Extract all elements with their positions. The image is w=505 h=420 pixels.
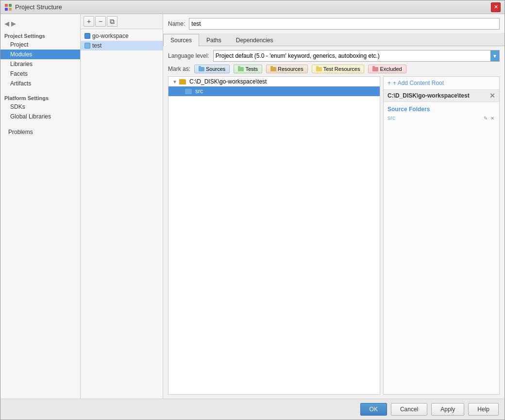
excluded-folder-icon: [372, 66, 378, 72]
language-level-select[interactable]: Project default (5.0 - 'enum' keyword, g…: [213, 50, 500, 62]
help-button[interactable]: Help: [468, 403, 499, 416]
svg-rect-10: [316, 67, 322, 71]
platform-settings-label: Platform Settings: [0, 93, 80, 102]
project-structure-window: Project Structure ✕ ◀ ▶ Project Settings…: [0, 0, 505, 420]
tree-item-root-label: C:\D_DISK\go-workspace\test: [189, 78, 267, 85]
module-item-go-workspace[interactable]: go-workspace: [81, 31, 163, 41]
resources-folder-icon: [270, 66, 276, 72]
mark-excluded-button[interactable]: Excluded: [368, 65, 406, 73]
svg-rect-11: [316, 66, 319, 67]
content-root-header: C:\D_DISK\go-workspace\test ✕: [384, 90, 499, 102]
mark-test-resources-button[interactable]: Test Resources: [312, 65, 365, 73]
back-icon[interactable]: ◀: [4, 20, 9, 27]
tree-item-src[interactable]: src: [168, 86, 380, 96]
mark-tests-button[interactable]: Tests: [234, 65, 262, 73]
mark-resources-button[interactable]: Resources: [266, 65, 308, 73]
sidebar-item-problems[interactable]: Problems: [4, 127, 80, 137]
name-input[interactable]: [189, 18, 500, 30]
bottom-bar: OK Cancel Apply Help: [0, 399, 505, 420]
language-level-arrow[interactable]: ▼: [490, 50, 499, 61]
source-folder-remove-button[interactable]: ✕: [489, 116, 495, 121]
detail-panel: Name: Sources Paths Dependencies Languag…: [163, 14, 505, 399]
workspace-icon: [84, 33, 90, 39]
root-path: C:\D_DISK\go-workspace\test: [387, 92, 470, 99]
svg-rect-8: [270, 67, 276, 71]
sidebar-item-modules[interactable]: Modules: [0, 50, 80, 59]
svg-rect-4: [199, 67, 204, 71]
module-list: go-workspace test: [81, 29, 163, 399]
svg-rect-12: [372, 67, 378, 71]
svg-rect-13: [372, 66, 375, 67]
svg-rect-0: [5, 4, 8, 7]
mark-sources-button[interactable]: Sources: [194, 65, 230, 73]
content-area: ◀ ▶ Project Settings Project Modules Lib…: [0, 14, 505, 399]
project-settings-label: Project Settings: [0, 31, 80, 40]
tree-arrow-root: ▼: [172, 79, 177, 84]
svg-rect-7: [238, 66, 240, 67]
sidebar-item-global-libraries[interactable]: Global Libraries: [0, 112, 80, 121]
language-row: Language level: Project default (5.0 - '…: [168, 50, 500, 62]
sidebar: ◀ ▶ Project Settings Project Modules Lib…: [0, 14, 81, 399]
forward-icon[interactable]: ▶: [11, 20, 16, 27]
ok-button[interactable]: OK: [360, 403, 387, 416]
sources-folder-icon: [199, 66, 204, 72]
svg-rect-9: [270, 66, 273, 67]
module-toolbar: + − ⧉: [81, 14, 163, 29]
name-label: Name:: [168, 20, 185, 27]
roots-panel: + + Add Content Root C:\D_DISK\go-worksp…: [383, 76, 500, 395]
module-panel: + − ⧉ go-workspace test: [81, 14, 163, 399]
name-row: Name:: [163, 14, 505, 34]
source-folder-actions: ✎ ✕: [483, 116, 495, 121]
copy-module-button[interactable]: ⧉: [107, 16, 118, 27]
tab-dependencies[interactable]: Dependencies: [229, 34, 281, 46]
sidebar-item-artifacts[interactable]: Artifacts: [0, 79, 80, 88]
source-folder-section: Source Folders src ✎ ✕: [384, 102, 499, 124]
content-split: ▼ C:\D_DISK\go-workspace\test src: [168, 76, 500, 395]
apply-button[interactable]: Apply: [431, 403, 464, 416]
window-title: Project Structure: [15, 3, 62, 11]
tab-sources[interactable]: Sources: [163, 34, 199, 46]
sidebar-item-libraries[interactable]: Libraries: [0, 59, 80, 69]
mark-as-label: Mark as:: [168, 66, 190, 72]
tab-paths[interactable]: Paths: [199, 34, 229, 46]
source-folder-item-src: src ✎ ✕: [387, 114, 495, 122]
add-icon: +: [387, 80, 391, 86]
sidebar-item-project[interactable]: Project: [0, 40, 80, 50]
svg-rect-6: [238, 67, 244, 71]
source-folders-label: Source Folders: [387, 104, 495, 114]
sidebar-item-sdks[interactable]: SDKs: [0, 102, 80, 112]
language-level-value: Project default (5.0 - 'enum' keyword, g…: [216, 52, 490, 59]
module-icon: [84, 43, 90, 49]
add-module-button[interactable]: +: [84, 16, 94, 27]
svg-rect-5: [199, 66, 201, 67]
source-folder-edit-button[interactable]: ✎: [483, 116, 488, 121]
test-resources-folder-icon: [316, 66, 322, 72]
tests-folder-icon: [238, 66, 244, 72]
window-close-button[interactable]: ✕: [491, 2, 501, 12]
module-item-test[interactable]: test: [81, 41, 163, 50]
add-content-root-button[interactable]: + + Add Content Root: [384, 77, 499, 90]
svg-rect-1: [9, 4, 12, 7]
remove-module-button[interactable]: −: [95, 16, 106, 27]
source-folder-path: src: [387, 115, 395, 121]
svg-rect-2: [5, 8, 8, 11]
sidebar-item-facets[interactable]: Facets: [0, 69, 80, 79]
tree-item-src-label: src: [195, 88, 203, 95]
app-icon: [4, 3, 12, 11]
folder-icon-src: [185, 89, 192, 94]
file-tree[interactable]: ▼ C:\D_DISK\go-workspace\test src: [168, 76, 380, 395]
tabs-row: Sources Paths Dependencies: [163, 34, 505, 46]
language-level-label: Language level:: [168, 52, 209, 59]
close-root-button[interactable]: ✕: [489, 92, 495, 100]
cancel-button[interactable]: Cancel: [391, 403, 427, 416]
title-bar: Project Structure ✕: [0, 0, 505, 14]
mark-as-row: Mark as: Sources Tests Resources: [168, 65, 500, 73]
folder-icon-root: [179, 79, 186, 84]
title-bar-left: Project Structure: [4, 3, 62, 11]
tree-item-root[interactable]: ▼ C:\D_DISK\go-workspace\test: [168, 77, 380, 86]
svg-rect-3: [9, 8, 12, 11]
tab-content-sources: Language level: Project default (5.0 - '…: [163, 46, 505, 399]
